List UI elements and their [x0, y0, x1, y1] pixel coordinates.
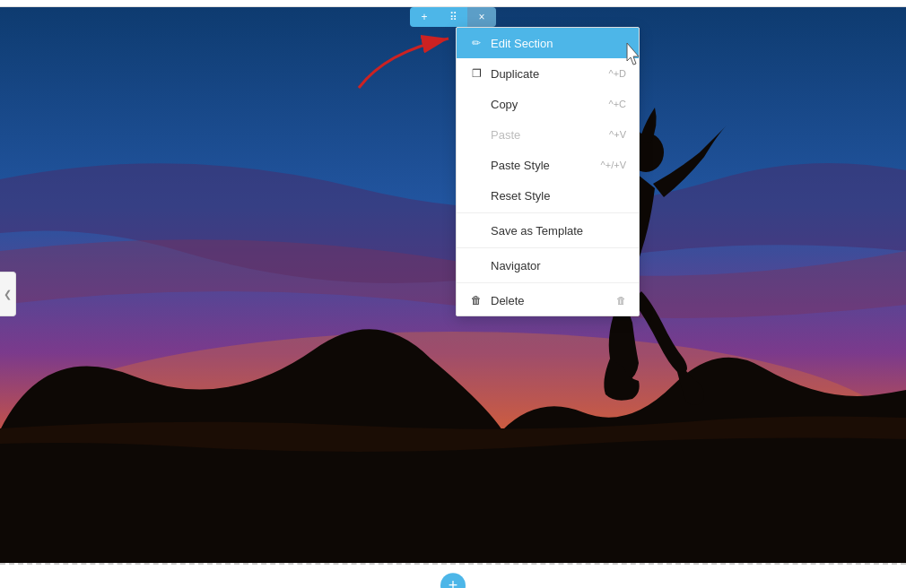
divider-2 — [457, 247, 639, 248]
menu-item-edit-section[interactable]: ✏ Edit Section — [457, 28, 639, 58]
bottom-bar: + — [0, 563, 906, 588]
trash-icon: 🗑 — [469, 293, 483, 307]
section-handle[interactable]: + ⠿ × — [410, 7, 496, 27]
menu-item-paste[interactable]: Paste ^+V — [457, 119, 639, 150]
divider-3 — [457, 282, 639, 283]
add-section-button[interactable]: + — [410, 7, 439, 27]
close-section-button[interactable]: × — [467, 7, 496, 27]
context-menu: ✏ Edit Section ❐ Duplicate ^+D Copy ^+C … — [456, 27, 640, 316]
background-scene — [0, 0, 906, 588]
save-template-label: Save as Template — [491, 224, 583, 238]
pencil-icon: ✏ — [469, 36, 483, 50]
menu-item-save-template[interactable]: Save as Template — [457, 215, 639, 246]
side-panel-toggle[interactable]: ❮ — [0, 272, 16, 316]
menu-item-duplicate[interactable]: ❐ Duplicate ^+D — [457, 58, 639, 89]
paste-shortcut: ^+V — [609, 129, 626, 140]
menu-item-reset-style[interactable]: Reset Style — [457, 180, 639, 211]
paste-label: Paste — [491, 128, 520, 142]
copy-icon — [469, 97, 483, 111]
navigator-icon — [469, 258, 483, 272]
delete-label: Delete — [491, 294, 525, 307]
duplicate-icon: ❐ — [469, 66, 483, 81]
reset-style-label: Reset Style — [491, 189, 550, 203]
top-toolbar — [0, 0, 906, 7]
navigator-label: Navigator — [491, 259, 541, 272]
copy-shortcut: ^+C — [608, 99, 626, 109]
menu-item-navigator[interactable]: Navigator — [457, 250, 639, 281]
chevron-left-icon: ❮ — [4, 289, 12, 300]
save-template-icon — [469, 223, 483, 238]
delete-shortcut: 🗑 — [616, 295, 626, 306]
drag-handle-button[interactable]: ⠿ — [439, 7, 467, 27]
divider-1 — [457, 212, 639, 213]
paste-style-shortcut: ^+/+V — [601, 160, 626, 170]
menu-item-copy[interactable]: Copy ^+C — [457, 89, 639, 119]
add-section-bottom-button[interactable]: + — [440, 573, 466, 588]
paste-style-label: Paste Style — [491, 159, 550, 172]
menu-item-delete[interactable]: 🗑 Delete 🗑 — [457, 285, 639, 316]
paste-icon — [469, 127, 483, 142]
reset-style-icon — [469, 188, 483, 203]
duplicate-label: Duplicate — [491, 67, 539, 81]
copy-label: Copy — [491, 98, 518, 111]
edit-section-label: Edit Section — [491, 37, 553, 50]
duplicate-shortcut: ^+D — [608, 68, 626, 79]
paste-style-icon — [469, 158, 483, 172]
menu-item-paste-style[interactable]: Paste Style ^+/+V — [457, 150, 639, 180]
